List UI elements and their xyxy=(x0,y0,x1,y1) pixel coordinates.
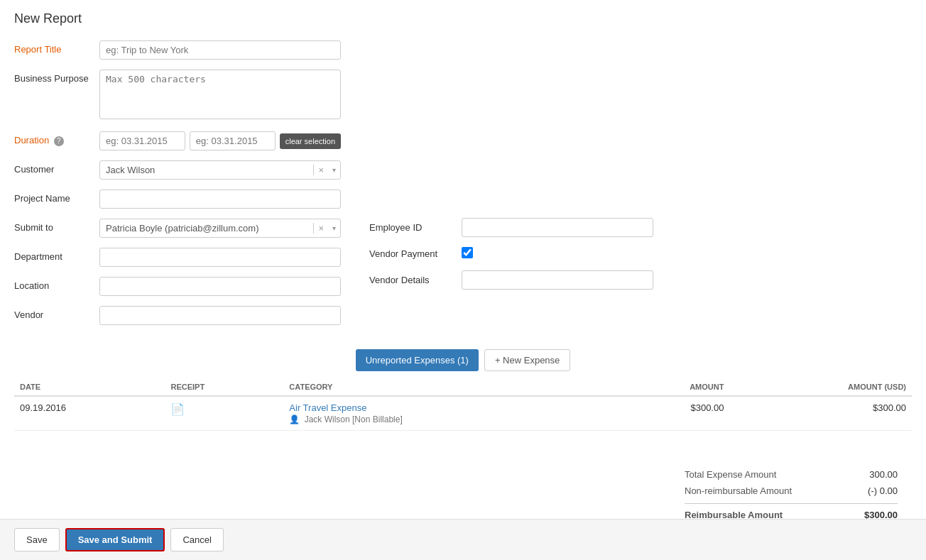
cancel-button[interactable]: Cancel xyxy=(170,528,223,551)
page-title: New Report xyxy=(14,11,912,26)
expense-amount: $300.00 xyxy=(610,396,729,431)
report-title-input[interactable] xyxy=(99,40,341,60)
unreported-expenses-button[interactable]: Unreported Expenses (1) xyxy=(356,349,479,371)
submit-to-select[interactable]: Patricia Boyle (patriciab@zillum.com) xyxy=(100,219,313,237)
location-input[interactable] xyxy=(99,277,341,296)
department-label: Department xyxy=(14,248,99,262)
expense-date: 09.19.2016 xyxy=(14,396,165,431)
save-button[interactable]: Save xyxy=(14,528,60,551)
col-amount: AMOUNT xyxy=(610,378,729,396)
employee-id-input[interactable]: 0000 xyxy=(462,218,653,237)
person-icon: 👤 xyxy=(289,414,300,424)
expense-table: DATE RECEIPT CATEGORY AMOUNT AMOUNT (USD… xyxy=(14,378,912,431)
vendor-label: Vendor xyxy=(14,306,99,320)
col-amount-usd: AMOUNT (USD) xyxy=(729,378,912,396)
col-receipt: RECEIPT xyxy=(165,378,283,396)
report-title-label: Report Title xyxy=(14,40,99,55)
non-reimbursable-label: Non-reimbursable Amount xyxy=(685,485,792,496)
vendor-details-input[interactable] xyxy=(462,270,653,290)
non-reimbursable-value: (-) 0.00 xyxy=(848,485,898,496)
expense-receipt: 📄 xyxy=(165,396,283,431)
submit-to-clear-icon[interactable]: × xyxy=(313,223,328,234)
customer-select[interactable]: Jack Wilson xyxy=(100,161,313,179)
business-purpose-input[interactable] xyxy=(99,70,341,119)
submit-to-dropdown-icon[interactable]: ▾ xyxy=(328,224,340,232)
customer-dropdown-icon[interactable]: ▾ xyxy=(328,166,340,174)
total-expense-row: Total Expense Amount 300.00 xyxy=(685,466,898,483)
totals-section: Total Expense Amount 300.00 Non-reimburs… xyxy=(685,466,898,523)
col-date: DATE xyxy=(14,378,165,396)
duration-start-input[interactable] xyxy=(99,131,185,150)
business-purpose-label: Business Purpose xyxy=(14,70,99,84)
vendor-details-label: Vendor Details xyxy=(369,275,462,285)
footer-bar: Save Save and Submit Cancel xyxy=(0,519,926,560)
vendor-payment-label: Vendor Payment xyxy=(369,248,462,259)
vendor-select[interactable] xyxy=(99,306,341,325)
submit-to-select-wrapper: Patricia Boyle (patriciab@zillum.com) × … xyxy=(99,219,341,238)
employee-id-label: Employee ID xyxy=(369,222,462,233)
receipt-icon[interactable]: 📄 xyxy=(170,403,185,415)
customer-select-wrapper: Jack Wilson × ▾ xyxy=(99,160,341,180)
vendor-select-wrapper xyxy=(99,306,341,325)
duration-end-input[interactable] xyxy=(190,131,276,150)
expense-category-link[interactable]: Air Travel Expense xyxy=(289,402,604,413)
expense-category: Air Travel Expense 👤 Jack Wilson [Non Bi… xyxy=(283,396,610,431)
non-reimbursable-row: Non-reimbursable Amount (-) 0.00 xyxy=(685,483,898,499)
expense-actions: Unreported Expenses (1) + New Expense xyxy=(14,349,912,371)
save-submit-button[interactable]: Save and Submit xyxy=(65,528,165,551)
table-row: 09.19.2016 📄 Air Travel Expense 👤 Jack W… xyxy=(14,396,912,431)
project-name-select-wrapper xyxy=(99,190,341,209)
location-label: Location xyxy=(14,277,99,291)
vendor-payment-checkbox[interactable] xyxy=(462,247,473,258)
customer-clear-icon[interactable]: × xyxy=(313,165,328,175)
new-expense-button[interactable]: + New Expense xyxy=(484,349,570,371)
submit-to-label: Submit to xyxy=(14,219,99,233)
project-name-select[interactable] xyxy=(99,190,341,209)
customer-label: Customer xyxy=(14,160,99,175)
expense-billable-info: 👤 Jack Wilson [Non Billable] xyxy=(289,414,604,424)
col-category: CATEGORY xyxy=(283,378,610,396)
total-expense-value: 300.00 xyxy=(848,469,898,480)
clear-selection-button[interactable]: clear selection xyxy=(280,133,341,149)
department-input[interactable] xyxy=(99,248,341,267)
duration-help-icon[interactable]: ? xyxy=(54,136,64,146)
total-expense-label: Total Expense Amount xyxy=(685,469,776,480)
duration-label: Duration ? xyxy=(14,131,99,146)
expense-amount-usd: $300.00 xyxy=(729,396,912,431)
project-name-label: Project Name xyxy=(14,190,99,204)
